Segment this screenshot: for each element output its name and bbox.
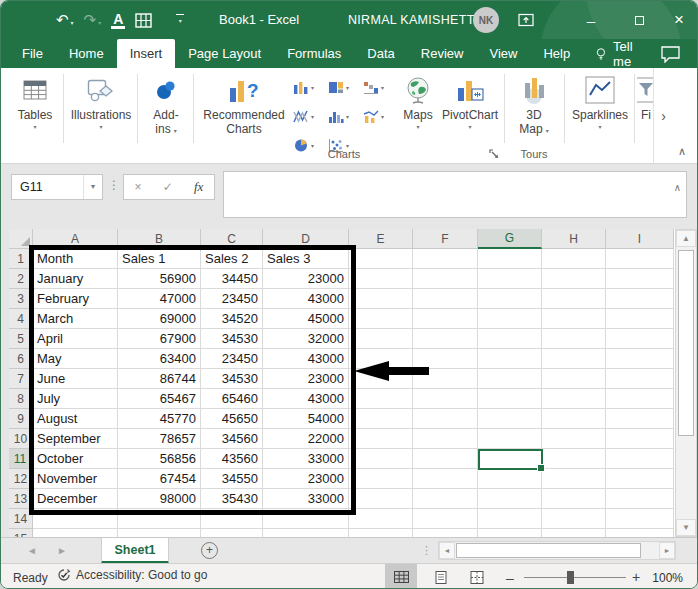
tables-button[interactable]: Tables ▾: [9, 72, 61, 132]
insert-hierarchy-chart-button[interactable]: ▾: [328, 73, 363, 102]
cell-B11[interactable]: 56856: [118, 449, 201, 469]
cell-G14[interactable]: [478, 509, 542, 529]
cell-D11[interactable]: 33000: [263, 449, 349, 469]
zoom-slider-track[interactable]: [524, 577, 626, 578]
illustrations-button[interactable]: Illustrations ▾: [67, 72, 135, 132]
cell-I5[interactable]: [606, 329, 674, 349]
cell-B4[interactable]: 69000: [118, 309, 201, 329]
cell-A6[interactable]: May: [33, 349, 118, 369]
cell-E2[interactable]: [349, 269, 413, 289]
cell-G5[interactable]: [478, 329, 542, 349]
cell-C12[interactable]: 34550: [201, 469, 263, 489]
tab-page-layout[interactable]: Page Layout: [175, 39, 274, 68]
page-break-preview-button[interactable]: [461, 564, 493, 589]
tab-home[interactable]: Home: [56, 39, 117, 68]
tab-help[interactable]: Help: [530, 39, 583, 68]
font-color-button[interactable]: A: [108, 10, 128, 31]
cell-C10[interactable]: 34560: [201, 429, 263, 449]
cell-I1[interactable]: [606, 249, 674, 269]
cell-C5[interactable]: 34530: [201, 329, 263, 349]
minimize-button[interactable]: –: [571, 1, 611, 39]
cell-F13[interactable]: [413, 489, 478, 509]
cell-I4[interactable]: [606, 309, 674, 329]
cell-D5[interactable]: 32000: [263, 329, 349, 349]
horizontal-scrollbar[interactable]: ◄ ►: [438, 541, 676, 560]
customize-qat-button[interactable]: ▾: [173, 12, 187, 29]
formula-bar-input[interactable]: [223, 171, 687, 218]
scroll-right-icon[interactable]: ►: [659, 542, 675, 559]
tab-formulas[interactable]: Formulas: [274, 39, 354, 68]
cell-G1[interactable]: [478, 249, 542, 269]
3d-map-button[interactable]: 3D Map▾: [508, 72, 560, 138]
cell-C8[interactable]: 65460: [201, 389, 263, 409]
zoom-level[interactable]: 100%: [652, 571, 683, 585]
cell-A10[interactable]: September: [33, 429, 118, 449]
insert-combo-chart-button[interactable]: ▾: [363, 102, 398, 131]
cell-C2[interactable]: 34450: [201, 269, 263, 289]
cell-D14[interactable]: [263, 509, 349, 529]
cell-A14[interactable]: [33, 509, 118, 529]
accessibility-status[interactable]: Accessibility: Good to go: [57, 568, 207, 582]
cell-I6[interactable]: [606, 349, 674, 369]
insert-waterfall-chart-button[interactable]: ▾: [363, 73, 398, 102]
cell-B2[interactable]: 56900: [118, 269, 201, 289]
cell-A11[interactable]: October: [33, 449, 118, 469]
zoom-out-button[interactable]: –: [506, 570, 514, 586]
new-sheet-button[interactable]: +: [201, 542, 218, 559]
cell-E3[interactable]: [349, 289, 413, 309]
horizontal-scrollbar-thumb[interactable]: [456, 543, 641, 558]
cell-A7[interactable]: June: [33, 369, 118, 389]
cell-B13[interactable]: 98000: [118, 489, 201, 509]
borders-button[interactable]: [132, 11, 155, 30]
cell-D15[interactable]: [263, 529, 349, 537]
cell-G3[interactable]: [478, 289, 542, 309]
cell-A3[interactable]: February: [33, 289, 118, 309]
cell-I2[interactable]: [606, 269, 674, 289]
cell-C6[interactable]: 23450: [201, 349, 263, 369]
row-header-9[interactable]: 9: [9, 409, 33, 429]
cell-G10[interactable]: [478, 429, 542, 449]
cell-I8[interactable]: [606, 389, 674, 409]
cell-G15[interactable]: [478, 529, 542, 537]
cell-H12[interactable]: [542, 469, 606, 489]
tab-view[interactable]: View: [476, 39, 530, 68]
cell-B1[interactable]: Sales 1: [118, 249, 201, 269]
insert-column-chart-button[interactable]: ▾: [293, 73, 328, 102]
pivotchart-button[interactable]: PivotChart ▾: [437, 72, 503, 132]
cell-H1[interactable]: [542, 249, 606, 269]
enter-button[interactable]: ✓: [163, 180, 173, 194]
collapse-ribbon-button[interactable]: ∧: [673, 144, 691, 159]
cell-E4[interactable]: [349, 309, 413, 329]
cell-B3[interactable]: 47000: [118, 289, 201, 309]
cell-D6[interactable]: 43000: [263, 349, 349, 369]
cell-E5[interactable]: [349, 329, 413, 349]
scroll-down-icon[interactable]: ▼: [676, 519, 696, 536]
cell-D3[interactable]: 43000: [263, 289, 349, 309]
cell-F2[interactable]: [413, 269, 478, 289]
cell-E12[interactable]: [349, 469, 413, 489]
tab-file[interactable]: File: [9, 39, 56, 68]
row-header-10[interactable]: 10: [9, 429, 33, 449]
cell-D9[interactable]: 54000: [263, 409, 349, 429]
cell-G4[interactable]: [478, 309, 542, 329]
cell-D7[interactable]: 23000: [263, 369, 349, 389]
cell-F9[interactable]: [413, 409, 478, 429]
charts-dialog-launcher[interactable]: [489, 146, 501, 158]
row-header-11[interactable]: 11: [9, 449, 33, 469]
insert-line-chart-button[interactable]: ▾: [293, 102, 328, 131]
next-sheet-button[interactable]: ►: [57, 545, 67, 556]
ribbon-display-options-button[interactable]: [506, 1, 546, 39]
cell-C7[interactable]: 34530: [201, 369, 263, 389]
cell-I10[interactable]: [606, 429, 674, 449]
column-header-A[interactable]: A: [33, 229, 118, 249]
cell-B10[interactable]: 78657: [118, 429, 201, 449]
recommended-charts-button[interactable]: ? Recommended Charts: [199, 72, 289, 136]
cell-E14[interactable]: [349, 509, 413, 529]
column-header-H[interactable]: H: [542, 229, 606, 249]
cell-E10[interactable]: [349, 429, 413, 449]
insert-function-button[interactable]: fx: [194, 179, 203, 195]
column-header-C[interactable]: C: [201, 229, 263, 249]
page-layout-view-button[interactable]: [425, 564, 457, 589]
cell-B8[interactable]: 65467: [118, 389, 201, 409]
cell-G7[interactable]: [478, 369, 542, 389]
